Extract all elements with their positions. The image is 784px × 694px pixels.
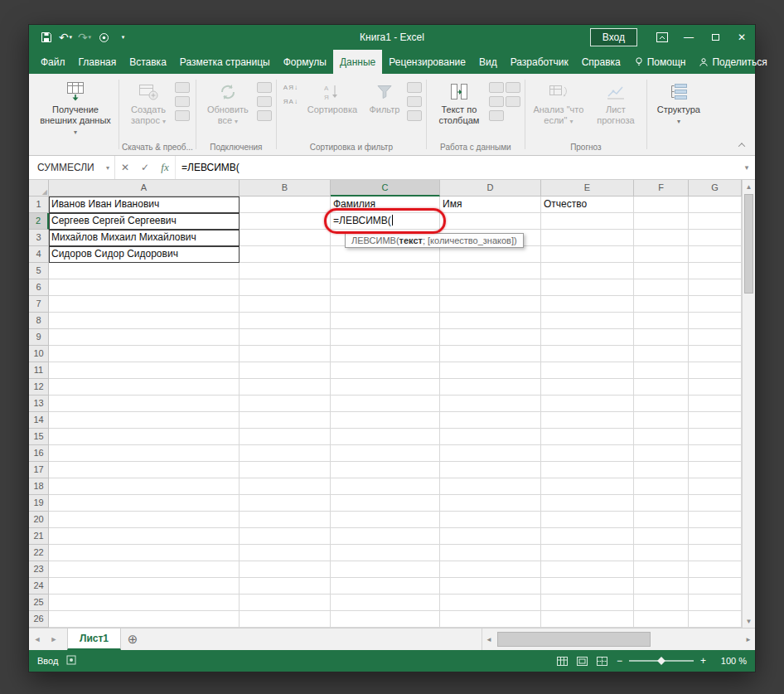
cell-G12[interactable] (689, 379, 742, 396)
tab-help[interactable]: Справка (575, 50, 627, 74)
scroll-up-icon[interactable]: ▲ (743, 180, 755, 193)
row-header-4[interactable]: 4 (29, 246, 49, 263)
cell-G2[interactable] (689, 213, 742, 230)
from-table-icon[interactable] (175, 96, 190, 107)
row-header-10[interactable]: 10 (29, 346, 49, 362)
cell-E26[interactable] (541, 611, 634, 628)
name-box-dropdown-icon[interactable]: ▾ (106, 164, 109, 172)
zoom-slider-thumb[interactable] (657, 657, 665, 665)
cell-G18[interactable] (689, 478, 742, 495)
cell-E5[interactable] (541, 263, 634, 279)
cell-E11[interactable] (541, 362, 634, 379)
row-header-19[interactable]: 19 (29, 495, 49, 512)
cell-E14[interactable] (541, 412, 634, 429)
cell-B8[interactable] (240, 313, 331, 329)
cell-F19[interactable] (634, 495, 689, 512)
cell-G10[interactable] (689, 346, 742, 362)
save-button[interactable] (37, 27, 56, 47)
cell-E24[interactable] (541, 578, 634, 595)
sort-za-icon[interactable]: ЯА↓ (281, 96, 301, 107)
enter-button[interactable]: ✓ (135, 156, 155, 179)
maximize-button[interactable] (702, 25, 728, 50)
text-to-columns-button[interactable]: Текст по столбцам (431, 78, 487, 128)
column-header-B[interactable]: B (240, 180, 331, 197)
zoom-out-button[interactable]: − (617, 656, 622, 666)
cell-D16[interactable] (440, 445, 541, 462)
cell-A24[interactable] (49, 578, 240, 595)
cell-D4[interactable] (440, 246, 541, 263)
reapply-filter-icon[interactable] (407, 96, 422, 107)
cell-E22[interactable] (541, 545, 634, 561)
cell-D9[interactable] (440, 329, 541, 346)
cell-A20[interactable] (49, 512, 240, 528)
row-header-14[interactable]: 14 (29, 412, 49, 429)
cell-E15[interactable] (541, 429, 634, 445)
tab-formulas[interactable]: Формулы (277, 50, 333, 74)
column-header-C[interactable]: C (331, 180, 440, 197)
cell-E19[interactable] (541, 495, 634, 512)
cell-G5[interactable] (689, 263, 742, 279)
cell-A2[interactable]: Сергеев Сергей Сергеевич (49, 213, 240, 230)
cell-E20[interactable] (541, 512, 634, 528)
cell-D26[interactable] (440, 611, 541, 628)
cell-D17[interactable] (440, 462, 541, 478)
cell-G23[interactable] (689, 561, 742, 578)
cell-C26[interactable] (331, 611, 440, 628)
cell-E13[interactable] (541, 396, 634, 412)
cell-C23[interactable] (331, 561, 440, 578)
cell-G24[interactable] (689, 578, 742, 595)
sign-in-button[interactable]: Вход (590, 28, 637, 46)
undo-button[interactable]: ↶▾ (56, 27, 75, 47)
cell-A13[interactable] (49, 396, 240, 412)
cell-D20[interactable] (440, 512, 541, 528)
cell-D23[interactable] (440, 561, 541, 578)
cell-A11[interactable] (49, 362, 240, 379)
cell-A25[interactable] (49, 595, 240, 611)
cell-A26[interactable] (49, 611, 240, 628)
sheet-nav-left-icon[interactable]: ◄ (29, 628, 46, 650)
collapse-ribbon-button[interactable] (735, 139, 748, 151)
row-header-7[interactable]: 7 (29, 296, 49, 313)
column-header-A[interactable]: A (49, 180, 240, 197)
cell-F18[interactable] (634, 478, 689, 495)
cell-D19[interactable] (440, 495, 541, 512)
cell-F9[interactable] (634, 329, 689, 346)
forecast-sheet-button[interactable]: Лист прогноза (589, 78, 642, 128)
advanced-filter-icon[interactable] (407, 110, 422, 121)
cell-F17[interactable] (634, 462, 689, 478)
cell-C10[interactable] (331, 346, 440, 362)
refresh-all-button[interactable]: Обновить все ▾ (201, 78, 255, 129)
cell-G1[interactable] (689, 197, 742, 213)
name-box[interactable]: СУММЕСЛИ ▾ (29, 156, 115, 179)
cell-B23[interactable] (240, 561, 331, 578)
cell-G14[interactable] (689, 412, 742, 429)
cell-D7[interactable] (440, 296, 541, 313)
sort-button[interactable]: АЯ Сортировка (302, 78, 362, 117)
cell-B11[interactable] (240, 362, 331, 379)
cell-A17[interactable] (49, 462, 240, 478)
zoom-level[interactable]: 100 % (715, 656, 747, 666)
row-header-5[interactable]: 5 (29, 263, 49, 279)
cell-B4[interactable] (240, 246, 331, 263)
cell-C1[interactable]: Фамилия (331, 197, 440, 213)
properties-icon[interactable] (257, 96, 272, 107)
cell-D18[interactable] (440, 478, 541, 495)
cell-F10[interactable] (634, 346, 689, 362)
cell-F21[interactable] (634, 528, 689, 545)
cell-F3[interactable] (634, 230, 689, 246)
recent-sources-icon[interactable] (175, 110, 190, 121)
row-header-11[interactable]: 11 (29, 362, 49, 379)
cell-F14[interactable] (634, 412, 689, 429)
cell-E3[interactable] (541, 230, 634, 246)
vertical-scrollbar[interactable]: ▲ ▼ (742, 180, 755, 628)
connections-icon[interactable] (257, 82, 272, 93)
cell-G6[interactable] (689, 279, 742, 296)
cell-B21[interactable] (240, 528, 331, 545)
cell-D22[interactable] (440, 545, 541, 561)
cell-B3[interactable] (240, 230, 331, 246)
cancel-button[interactable]: ✕ (115, 156, 135, 179)
cell-A12[interactable] (49, 379, 240, 396)
scroll-down-icon[interactable]: ▼ (743, 614, 755, 628)
cell-B17[interactable] (240, 462, 331, 478)
row-header-16[interactable]: 16 (29, 445, 49, 462)
